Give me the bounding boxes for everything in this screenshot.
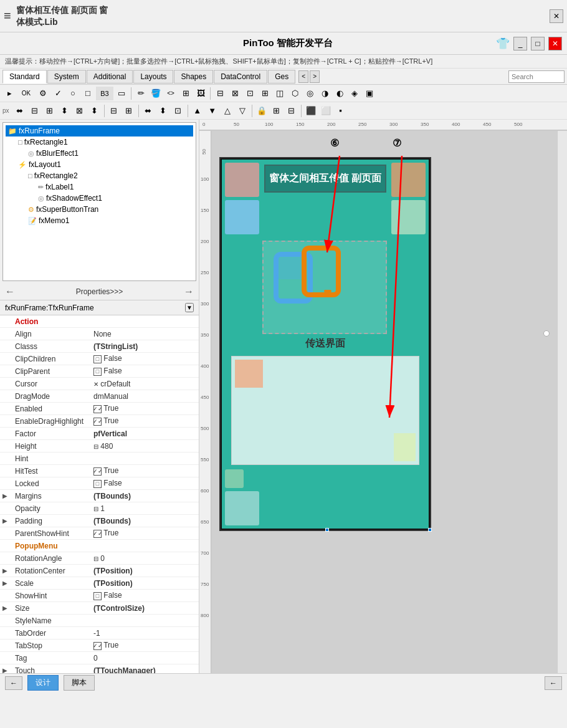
dist-h[interactable]: ⊟	[107, 104, 121, 118]
nav-forward-button[interactable]: →	[184, 286, 194, 297]
forward[interactable]: △	[221, 104, 234, 118]
tab-additional[interactable]: Additional	[87, 70, 133, 84]
tool-ok[interactable]: OK	[17, 87, 35, 100]
prop-value-clipchildren[interactable]: □ False	[91, 353, 199, 365]
tool-a5[interactable]: ◫	[273, 87, 287, 100]
scrollbar-right[interactable]	[557, 131, 567, 673]
tool-a1[interactable]: ⊟	[213, 87, 227, 100]
tab-shapes[interactable]: Shapes	[174, 70, 213, 84]
prop-value-touch[interactable]: (TTouchManager)	[91, 665, 199, 674]
tab-ges[interactable]: Ges	[268, 70, 295, 84]
tab-system[interactable]: System	[47, 70, 86, 84]
prop-value-hint[interactable]	[91, 457, 199, 460]
tool-rect2[interactable]: ▭	[115, 87, 128, 100]
tree-item-fxsuperbuttontran[interactable]: ⚙ fxSuperButtonTran	[26, 204, 193, 215]
align-bottom[interactable]: ⬍	[88, 104, 102, 118]
prop-value-cursor[interactable]: ✕ crDefault	[91, 378, 199, 390]
tree-item-fxrunframe[interactable]: 📁 fxRunFrame	[6, 125, 193, 136]
properties-table[interactable]: Action Align None Classs (TStringList) C…	[0, 315, 199, 673]
lock[interactable]: 🔒	[255, 104, 269, 118]
prop-value-tag[interactable]: 0	[91, 653, 199, 664]
tab-datacontrol[interactable]: DataControl	[214, 70, 267, 84]
prop-value-tabstop[interactable]: ✓ True	[91, 639, 199, 651]
front[interactable]: ▲	[191, 104, 204, 118]
prop-value-classs[interactable]: (TStringList)	[91, 341, 199, 352]
prop-value-enabledraghighlight[interactable]: ✓ True	[91, 415, 199, 427]
tab-layouts[interactable]: Layouts	[133, 70, 173, 84]
tree-item-fxrectangle1[interactable]: □ fxRectangle1	[16, 136, 193, 148]
align-right[interactable]: ⊞	[43, 104, 57, 118]
tool-a9[interactable]: ◐	[333, 87, 346, 100]
prop-value-stylename[interactable]	[91, 620, 199, 622]
prop-value-clipparent[interactable]: □ False	[91, 365, 199, 377]
size-h[interactable]: ⬍	[156, 104, 170, 118]
tool-a7[interactable]: ◎	[303, 87, 317, 100]
group[interactable]: ⊞	[270, 104, 284, 118]
prop-value-locked[interactable]: □ False	[91, 477, 199, 489]
tool-pen[interactable]: ✏	[134, 87, 148, 100]
prop-value-size[interactable]: (TControlSize)	[91, 603, 199, 614]
align-top[interactable]: ⬍	[58, 104, 72, 118]
maximize-button[interactable]: □	[531, 37, 545, 50]
prop-value-margins[interactable]: (TBounds)	[91, 491, 199, 502]
script-tab-button[interactable]: 脚本	[64, 675, 95, 691]
close-button[interactable]: ✕	[548, 37, 562, 50]
tool-code[interactable]: <>	[164, 87, 178, 100]
tool-grid[interactable]: ⊞	[179, 87, 193, 100]
tab-nav-left[interactable]: <	[298, 70, 308, 83]
prop-value-rotationangle[interactable]: ⊟ 0	[91, 553, 199, 564]
title-close-button[interactable]: ✕	[550, 9, 563, 23]
tree-item-fxblureffect1[interactable]: ◎ fxBlurEffect1	[26, 148, 193, 159]
prop-value-scale[interactable]: (TPosition)	[91, 578, 199, 589]
tool-rect[interactable]: □	[81, 87, 95, 100]
tab-standard[interactable]: Standard	[2, 70, 47, 84]
prop-value-enabled[interactable]: ✓ True	[91, 403, 199, 414]
dist-v[interactable]: ⊞	[122, 104, 136, 118]
tool-a8[interactable]: ◑	[318, 87, 331, 100]
toolbar-search[interactable]	[508, 70, 565, 83]
tool-b[interactable]: B3	[96, 87, 113, 100]
tool-circle[interactable]: ○	[66, 87, 80, 100]
tool-a10[interactable]: ◈	[348, 87, 361, 100]
tree-item-fxrectangle2[interactable]: □ fxRectangle2	[26, 170, 193, 181]
tool-a3[interactable]: ⊡	[243, 87, 257, 100]
prop-value-parentshowhint[interactable]: ✓ True	[91, 527, 199, 539]
tool-settings[interactable]: ⚙	[36, 87, 50, 100]
tool-select[interactable]: ▸	[2, 87, 16, 100]
tool-a4[interactable]: ⊞	[258, 87, 272, 100]
backward[interactable]: ▽	[236, 104, 249, 118]
tab-nav-right[interactable]: >	[310, 70, 320, 83]
b1[interactable]: ⬛	[304, 104, 318, 118]
bottom-back-button[interactable]: ←	[5, 676, 22, 690]
align-center[interactable]: ⊟	[28, 104, 42, 118]
tool-a2[interactable]: ⊠	[228, 87, 242, 100]
tool-bucket[interactable]: 🪣	[149, 87, 163, 100]
prop-value-rotationcenter[interactable]: (TPosition)	[91, 565, 199, 577]
prop-value-factor[interactable]: pfVertical	[91, 428, 199, 439]
prop-value-align[interactable]: None	[91, 328, 199, 340]
lower-rectangle[interactable]	[231, 356, 419, 465]
back[interactable]: ▼	[206, 104, 219, 118]
tree-item-fxmemo1[interactable]: 📝 fxMemo1	[26, 215, 193, 226]
size-both[interactable]: ⊡	[171, 104, 185, 118]
tool-img[interactable]: 🖼	[194, 87, 207, 100]
prop-value-padding[interactable]: (TBounds)	[91, 515, 199, 527]
prop-value-action[interactable]	[91, 320, 199, 323]
prop-value-popupmenu[interactable]	[91, 545, 199, 547]
nav-back-button[interactable]: ←	[5, 286, 15, 297]
props-dropdown-button[interactable]: ▼	[185, 303, 194, 312]
b2[interactable]: ⬜	[319, 104, 333, 118]
bottom-forward-button[interactable]: ←	[545, 676, 562, 690]
size-w[interactable]: ⬌	[141, 104, 155, 118]
design-frame[interactable]: 窗体之间相互传值 副页面	[219, 157, 431, 531]
design-tab-button[interactable]: 设计	[27, 675, 59, 691]
tool-check[interactable]: ✓	[51, 87, 65, 100]
align-left[interactable]: ⬌	[13, 104, 27, 118]
ungroup[interactable]: ⊟	[285, 104, 298, 118]
prop-value-height[interactable]: ⊟ 480	[91, 441, 199, 452]
prop-value-hittest[interactable]: ✓ True	[91, 465, 199, 477]
prop-value-dragmode[interactable]: dmManual	[91, 391, 199, 402]
prop-value-opacity[interactable]: ⊟ 1	[91, 503, 199, 514]
tool-a11[interactable]: ▣	[363, 87, 376, 100]
tree-item-fxshadoweffect1[interactable]: ◎ fxShadowEffect1	[36, 193, 193, 204]
